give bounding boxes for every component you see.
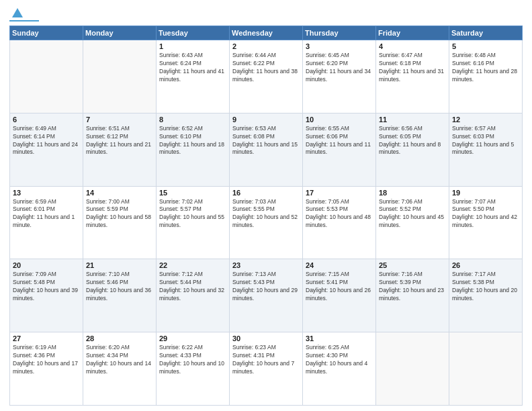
day-info: Sunrise: 6:57 AM Sunset: 6:03 PM Dayligh… bbox=[452, 125, 519, 157]
calendar-cell: 26Sunrise: 7:17 AM Sunset: 5:38 PM Dayli… bbox=[449, 259, 523, 332]
week-row-1: 1Sunrise: 6:43 AM Sunset: 6:24 PM Daylig… bbox=[10, 40, 523, 113]
weekday-header-friday: Friday bbox=[376, 26, 449, 40]
day-info: Sunrise: 7:07 AM Sunset: 5:50 PM Dayligh… bbox=[452, 198, 519, 230]
day-number: 14 bbox=[86, 189, 153, 197]
day-number: 20 bbox=[13, 261, 80, 269]
week-row-2: 6Sunrise: 6:49 AM Sunset: 6:14 PM Daylig… bbox=[10, 113, 523, 186]
logo-icon bbox=[11, 7, 24, 20]
day-info: Sunrise: 7:06 AM Sunset: 5:52 PM Dayligh… bbox=[379, 198, 446, 230]
day-number: 13 bbox=[13, 189, 80, 197]
calendar-cell: 29Sunrise: 6:22 AM Sunset: 4:33 PM Dayli… bbox=[157, 332, 230, 406]
day-number: 9 bbox=[232, 116, 300, 124]
calendar-cell: 10Sunrise: 6:55 AM Sunset: 6:06 PM Dayli… bbox=[303, 113, 376, 186]
day-info: Sunrise: 6:51 AM Sunset: 6:12 PM Dayligh… bbox=[86, 125, 153, 157]
calendar-cell bbox=[10, 40, 83, 113]
day-info: Sunrise: 6:20 AM Sunset: 4:34 PM Dayligh… bbox=[86, 344, 153, 376]
calendar-cell bbox=[376, 332, 449, 406]
weekday-header-row: SundayMondayTuesdayWednesdayThursdayFrid… bbox=[10, 26, 523, 40]
day-number: 16 bbox=[232, 189, 300, 197]
calendar-cell bbox=[83, 40, 157, 113]
day-number: 29 bbox=[159, 334, 226, 342]
calendar-cell: 7Sunrise: 6:51 AM Sunset: 6:12 PM Daylig… bbox=[83, 113, 157, 186]
day-info: Sunrise: 6:23 AM Sunset: 4:31 PM Dayligh… bbox=[232, 344, 300, 376]
calendar-cell: 17Sunrise: 7:05 AM Sunset: 5:53 PM Dayli… bbox=[303, 186, 376, 259]
calendar-cell: 30Sunrise: 6:23 AM Sunset: 4:31 PM Dayli… bbox=[230, 332, 303, 406]
day-info: Sunrise: 7:16 AM Sunset: 5:39 PM Dayligh… bbox=[379, 271, 446, 303]
day-number: 4 bbox=[379, 42, 446, 50]
calendar-cell: 5Sunrise: 6:48 AM Sunset: 6:16 PM Daylig… bbox=[449, 40, 523, 113]
day-number: 28 bbox=[86, 334, 153, 342]
day-info: Sunrise: 7:13 AM Sunset: 5:43 PM Dayligh… bbox=[232, 271, 300, 303]
day-info: Sunrise: 6:45 AM Sunset: 6:20 PM Dayligh… bbox=[306, 52, 373, 84]
calendar-cell: 20Sunrise: 7:09 AM Sunset: 5:48 PM Dayli… bbox=[10, 259, 83, 332]
day-number: 6 bbox=[13, 116, 80, 124]
day-info: Sunrise: 6:59 AM Sunset: 6:01 PM Dayligh… bbox=[13, 198, 80, 230]
day-info: Sunrise: 6:22 AM Sunset: 4:33 PM Dayligh… bbox=[159, 344, 226, 376]
day-number: 21 bbox=[86, 261, 153, 269]
calendar-cell: 31Sunrise: 6:25 AM Sunset: 4:30 PM Dayli… bbox=[303, 332, 376, 406]
day-number: 3 bbox=[306, 42, 373, 50]
day-info: Sunrise: 6:52 AM Sunset: 6:10 PM Dayligh… bbox=[159, 125, 226, 157]
calendar-cell: 25Sunrise: 7:16 AM Sunset: 5:39 PM Dayli… bbox=[376, 259, 449, 332]
calendar-cell: 1Sunrise: 6:43 AM Sunset: 6:24 PM Daylig… bbox=[157, 40, 230, 113]
calendar-cell: 23Sunrise: 7:13 AM Sunset: 5:43 PM Dayli… bbox=[230, 259, 303, 332]
day-number: 7 bbox=[86, 116, 153, 124]
day-info: Sunrise: 6:47 AM Sunset: 6:18 PM Dayligh… bbox=[379, 52, 446, 84]
day-number: 15 bbox=[159, 189, 226, 197]
day-info: Sunrise: 6:55 AM Sunset: 6:06 PM Dayligh… bbox=[306, 125, 373, 157]
day-info: Sunrise: 6:44 AM Sunset: 6:22 PM Dayligh… bbox=[232, 52, 300, 84]
page: SundayMondayTuesdayWednesdayThursdayFrid… bbox=[0, 0, 532, 411]
calendar-cell bbox=[449, 332, 523, 406]
calendar-cell: 18Sunrise: 7:06 AM Sunset: 5:52 PM Dayli… bbox=[376, 186, 449, 259]
calendar-cell: 27Sunrise: 6:19 AM Sunset: 4:36 PM Dayli… bbox=[10, 332, 83, 406]
weekday-header-wednesday: Wednesday bbox=[230, 26, 303, 40]
day-number: 31 bbox=[306, 334, 373, 342]
day-info: Sunrise: 6:56 AM Sunset: 6:05 PM Dayligh… bbox=[379, 125, 446, 157]
day-info: Sunrise: 7:00 AM Sunset: 5:59 PM Dayligh… bbox=[86, 198, 153, 230]
day-number: 30 bbox=[232, 334, 300, 342]
weekday-header-thursday: Thursday bbox=[303, 26, 376, 40]
day-number: 1 bbox=[159, 42, 226, 50]
weekday-header-monday: Monday bbox=[83, 26, 157, 40]
day-info: Sunrise: 6:25 AM Sunset: 4:30 PM Dayligh… bbox=[306, 344, 373, 376]
calendar-cell: 6Sunrise: 6:49 AM Sunset: 6:14 PM Daylig… bbox=[10, 113, 83, 186]
day-info: Sunrise: 7:15 AM Sunset: 5:41 PM Dayligh… bbox=[306, 271, 373, 303]
day-number: 10 bbox=[306, 116, 373, 124]
day-info: Sunrise: 7:17 AM Sunset: 5:38 PM Dayligh… bbox=[452, 271, 519, 303]
day-info: Sunrise: 7:03 AM Sunset: 5:55 PM Dayligh… bbox=[232, 198, 300, 230]
svg-marker-0 bbox=[12, 8, 23, 17]
day-info: Sunrise: 6:43 AM Sunset: 6:24 PM Dayligh… bbox=[159, 52, 226, 84]
calendar-cell: 15Sunrise: 7:02 AM Sunset: 5:57 PM Dayli… bbox=[157, 186, 230, 259]
calendar-cell: 22Sunrise: 7:12 AM Sunset: 5:44 PM Dayli… bbox=[157, 259, 230, 332]
calendar-cell: 21Sunrise: 7:10 AM Sunset: 5:46 PM Dayli… bbox=[83, 259, 157, 332]
calendar-cell: 3Sunrise: 6:45 AM Sunset: 6:20 PM Daylig… bbox=[303, 40, 376, 113]
calendar-cell: 11Sunrise: 6:56 AM Sunset: 6:05 PM Dayli… bbox=[376, 113, 449, 186]
calendar-cell: 8Sunrise: 6:52 AM Sunset: 6:10 PM Daylig… bbox=[157, 113, 230, 186]
day-number: 27 bbox=[13, 334, 80, 342]
calendar-cell: 13Sunrise: 6:59 AM Sunset: 6:01 PM Dayli… bbox=[10, 186, 83, 259]
calendar-cell: 16Sunrise: 7:03 AM Sunset: 5:55 PM Dayli… bbox=[230, 186, 303, 259]
calendar-cell: 12Sunrise: 6:57 AM Sunset: 6:03 PM Dayli… bbox=[449, 113, 523, 186]
week-row-3: 13Sunrise: 6:59 AM Sunset: 6:01 PM Dayli… bbox=[10, 186, 523, 259]
logo bbox=[9, 7, 40, 21]
day-info: Sunrise: 7:02 AM Sunset: 5:57 PM Dayligh… bbox=[159, 198, 226, 230]
day-number: 17 bbox=[306, 189, 373, 197]
day-info: Sunrise: 7:12 AM Sunset: 5:44 PM Dayligh… bbox=[159, 271, 226, 303]
day-info: Sunrise: 7:05 AM Sunset: 5:53 PM Dayligh… bbox=[306, 198, 373, 230]
day-number: 24 bbox=[306, 261, 373, 269]
logo-line bbox=[9, 20, 39, 21]
calendar-cell: 24Sunrise: 7:15 AM Sunset: 5:41 PM Dayli… bbox=[303, 259, 376, 332]
day-number: 25 bbox=[379, 261, 446, 269]
day-number: 26 bbox=[452, 261, 519, 269]
weekday-header-saturday: Saturday bbox=[449, 26, 523, 40]
day-number: 18 bbox=[379, 189, 446, 197]
day-info: Sunrise: 7:10 AM Sunset: 5:46 PM Dayligh… bbox=[86, 271, 153, 303]
weekday-header-sunday: Sunday bbox=[10, 26, 83, 40]
day-number: 5 bbox=[452, 42, 519, 50]
week-row-5: 27Sunrise: 6:19 AM Sunset: 4:36 PM Dayli… bbox=[10, 332, 523, 406]
day-info: Sunrise: 6:48 AM Sunset: 6:16 PM Dayligh… bbox=[452, 52, 519, 84]
calendar-table: SundayMondayTuesdayWednesdayThursdayFrid… bbox=[9, 26, 523, 406]
day-info: Sunrise: 6:49 AM Sunset: 6:14 PM Dayligh… bbox=[13, 125, 80, 157]
calendar-cell: 9Sunrise: 6:53 AM Sunset: 6:08 PM Daylig… bbox=[230, 113, 303, 186]
calendar-cell: 19Sunrise: 7:07 AM Sunset: 5:50 PM Dayli… bbox=[449, 186, 523, 259]
